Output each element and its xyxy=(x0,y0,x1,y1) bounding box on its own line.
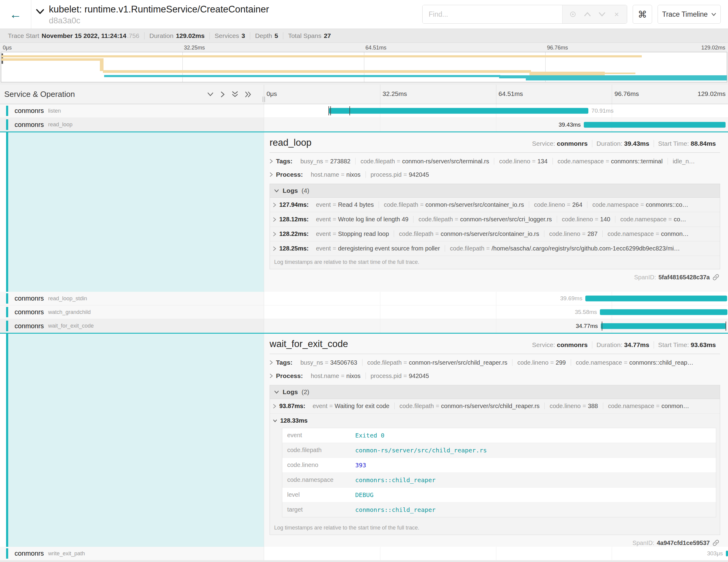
log-entry[interactable]: 93.87ms: event=Waiting for exit codecode… xyxy=(270,399,720,414)
tag-pill: code.lineno=388 xyxy=(545,403,603,409)
chevron-right-icon xyxy=(270,360,273,365)
prev-match-icon[interactable] xyxy=(581,12,594,17)
logs-accordion-header[interactable]: Logs (4) xyxy=(270,184,720,198)
minimap-span xyxy=(103,70,531,73)
timeline-minimap: 0μs 32.25ms 64.51ms 96.76ms 129.02ms xyxy=(0,43,728,85)
span-overview: Service: conmonrs Duration: 34.77ms Star… xyxy=(528,341,720,349)
copy-link-icon[interactable] xyxy=(712,274,719,281)
logs-accordion-header[interactable]: Logs (2) xyxy=(270,385,720,399)
detail-row-highlight[interactable] xyxy=(0,334,264,547)
expand-one-icon[interactable] xyxy=(220,91,225,98)
log-marker-tick xyxy=(602,322,602,331)
find-input[interactable] xyxy=(423,5,562,23)
operation-name: read_loop xyxy=(48,121,73,128)
detail-row-highlight[interactable] xyxy=(0,132,264,292)
trace-duration: Duration129.02ms xyxy=(144,32,209,39)
operation-name: wait_for_exit_code xyxy=(48,323,94,329)
logs-section: Logs (2) 93.87ms: event=Waiting for exit… xyxy=(270,385,720,535)
chevron-down-icon xyxy=(273,419,277,422)
span-duration-bar[interactable] xyxy=(584,122,726,128)
tag-pill: code.filepath=conmon-rs/server/src/cri_l… xyxy=(413,216,557,223)
span-duration-bar[interactable] xyxy=(726,551,728,557)
service-color-bar xyxy=(6,106,8,116)
operation-name: watch_grandchild xyxy=(48,309,91,315)
chevron-right-icon xyxy=(273,232,276,237)
log-entry[interactable]: 128.12ms: event=Wrote log line of length… xyxy=(270,212,720,227)
tags-accordion[interactable]: Tags: busy_ns=34506763code.filepath=conm… xyxy=(270,356,720,369)
service-color-bar xyxy=(6,548,8,559)
find-group: × xyxy=(422,5,627,24)
span-timeline-cell[interactable]: 303μs xyxy=(264,547,728,560)
collapse-all-icon[interactable] xyxy=(232,91,238,98)
minimap-ruler: 0μs 32.25ms 64.51ms 96.76ms 129.02ms xyxy=(1,43,727,52)
span-name-cell[interactable]: conmonrs read_loop xyxy=(0,118,264,131)
tag-pill: busy_ns=34506763 xyxy=(295,359,362,366)
span-name-cell[interactable]: conmonrs watch_grandchild xyxy=(0,305,264,319)
chevron-right-icon xyxy=(273,246,276,251)
keyboard-shortcuts-button[interactable]: ⌘ xyxy=(633,5,652,24)
span-timeline-cell[interactable]: 34.77ms xyxy=(264,319,728,333)
span-duration-bar[interactable] xyxy=(329,108,588,114)
span-timeline-cell[interactable]: 39.69ms xyxy=(264,292,728,305)
trace-summary-bar: Trace StartNovember 15 2022, 11:24:14.75… xyxy=(0,29,728,43)
tag-pill: process.pid=942045 xyxy=(366,373,434,379)
span-title: wait_for_exit_code xyxy=(270,339,348,349)
app-header: ← kubelet: runtime.v1.RuntimeService/Cre… xyxy=(0,0,728,29)
service-name: conmonrs xyxy=(15,107,44,115)
page-title: kubelet: runtime.v1.RuntimeService/Creat… xyxy=(49,4,269,15)
expand-all-icon[interactable] xyxy=(245,91,252,98)
span-row-write-exit-path: conmonrs write_exit_path 303μs xyxy=(0,547,728,560)
collapse-header-icon[interactable] xyxy=(36,9,45,15)
tag-pill: code.filepath=conmon-rs/server/src/child… xyxy=(395,403,545,409)
trace-title-block: kubelet: runtime.v1.RuntimeService/Creat… xyxy=(31,0,422,29)
tag-pill: code.filepath=/home/sascha/.cargo/regist… xyxy=(445,245,685,252)
clear-search-icon[interactable]: × xyxy=(611,10,623,19)
back-button[interactable]: ← xyxy=(0,0,31,29)
process-accordion[interactable]: Process: host.name=nixosprocess.pid=9420… xyxy=(270,168,720,181)
operation-name: read_loop_stdin xyxy=(48,295,87,302)
span-name-cell[interactable]: conmonrs listen xyxy=(0,104,264,118)
tag-pill: code.lineno=287 xyxy=(544,230,603,237)
operation-name: listen xyxy=(48,108,61,114)
next-match-icon[interactable] xyxy=(596,12,608,17)
trace-services: Services3 xyxy=(209,32,250,39)
minimap-span xyxy=(1,55,642,57)
span-duration-bar[interactable] xyxy=(600,309,727,315)
span-detail-read-loop: read_loop Service: conmonrs Duration: 39… xyxy=(0,132,728,292)
copy-link-icon[interactable] xyxy=(712,539,719,547)
service-name: conmonrs xyxy=(15,550,44,557)
span-timeline-cell[interactable]: 70.91ms xyxy=(264,104,728,118)
span-duration-label: 70.91ms xyxy=(591,107,614,114)
log-field-row: target conmonrs::child_reaper xyxy=(282,502,716,517)
tag-pill: busy_ns=273882 xyxy=(295,158,355,165)
span-timeline-cell[interactable]: 35.58ms xyxy=(264,305,728,319)
chevron-down-icon xyxy=(711,13,716,16)
log-entry[interactable]: 128.25ms: event=deregistering event sour… xyxy=(270,241,720,256)
span-duration-bar[interactable] xyxy=(585,296,727,301)
log-entry[interactable]: 128.22ms: event=Stopping read loopcode.f… xyxy=(270,227,720,241)
focus-match-icon[interactable] xyxy=(567,11,579,18)
tag-pill: host.name=nixos xyxy=(306,171,366,178)
tags-accordion[interactable]: Tags: busy_ns=273882code.filepath=conmon… xyxy=(270,155,720,168)
log-marker-tick xyxy=(726,322,726,331)
minimap-canvas[interactable] xyxy=(1,52,727,82)
log-entry[interactable]: 127.94ms: event=Read 4 bytescode.filepat… xyxy=(270,198,720,212)
span-timeline-cell[interactable]: 39.43ms xyxy=(264,118,728,131)
logs-footnote: Log timestamps are relative to the start… xyxy=(270,256,720,269)
log-entry-expanded-header[interactable]: 128.33ms xyxy=(270,414,720,426)
span-name-cell[interactable]: conmonrs read_loop_stdin xyxy=(0,292,264,305)
tag-pill: code.filepath=conmon-rs/server/src/conta… xyxy=(379,201,529,208)
collapse-one-icon[interactable] xyxy=(207,92,214,97)
bottom-strip xyxy=(0,560,728,562)
span-name-cell[interactable]: conmonrs wait_for_exit_code xyxy=(0,319,264,333)
log-field-row: code.filepath conmon-rs/server/src/child… xyxy=(282,443,716,458)
span-name-cell[interactable]: conmonrs write_exit_path xyxy=(0,547,264,560)
tag-pill: code.namespace=conmonrs::terminal xyxy=(553,158,668,165)
process-accordion[interactable]: Process: host.name=nixosprocess.pid=9420… xyxy=(270,369,720,383)
tag-pill: host.name=nixos xyxy=(306,373,366,379)
tag-pill: event=deregistering event source from po… xyxy=(311,245,445,252)
span-duration-bar[interactable] xyxy=(601,323,726,329)
log-marker-tick xyxy=(349,106,350,115)
view-selector-button[interactable]: Trace Timeline xyxy=(658,5,721,24)
chevron-right-icon xyxy=(270,172,273,177)
